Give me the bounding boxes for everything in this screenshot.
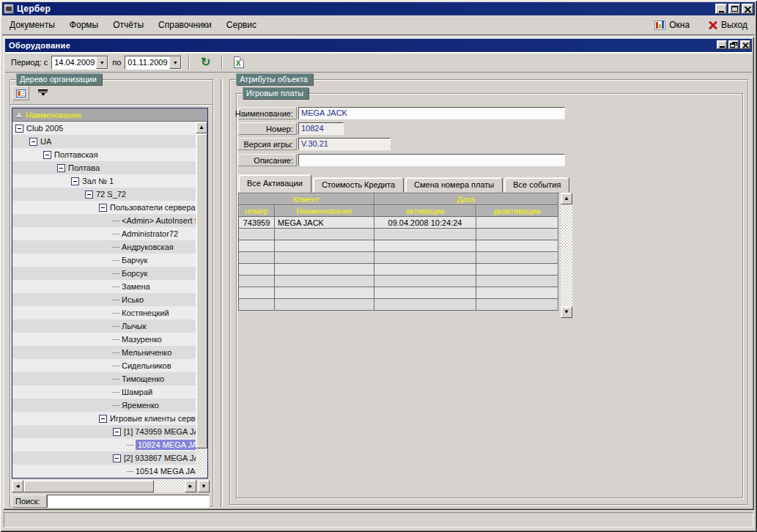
chevron-down-icon[interactable]: ▼ [96, 56, 108, 69]
table-cell-empty [239, 276, 275, 287]
child-restore-button[interactable] [728, 40, 739, 49]
expand-toggle-icon[interactable] [43, 151, 51, 159]
panel-splitter[interactable] [221, 79, 223, 507]
scroll-up-icon[interactable]: ▲ [196, 122, 207, 133]
number-field[interactable]: 10824 [298, 122, 344, 135]
version-field-row: Версия игры: V.30.21 [238, 138, 391, 150]
expand-toggle-icon[interactable] [15, 125, 23, 133]
table-column-header[interactable]: номер [239, 205, 275, 217]
table-cell-empty [476, 287, 558, 299]
tree-item[interactable]: Борсук [12, 267, 196, 280]
tree-item[interactable]: 10824 MEGA JACK [12, 438, 196, 451]
table-column-header[interactable]: дкактивации [476, 205, 558, 217]
scrollbar-thumb[interactable] [23, 480, 154, 492]
tree-item[interactable]: [1] 743959 MEGA JACK [12, 425, 196, 438]
refresh-button[interactable]: ↻ [196, 54, 215, 70]
chevron-down-icon[interactable]: ▼ [169, 56, 181, 69]
tab-1[interactable]: Все Активации [238, 174, 311, 193]
tree-horizontal-scrollbar[interactable]: ◄ ► [12, 480, 196, 492]
menu-item[interactable]: Формы [62, 17, 106, 33]
table-cell[interactable] [476, 217, 558, 229]
tree-item[interactable]: Administrator72 [12, 227, 196, 240]
tree-item[interactable]: 10514 MEGA JACK [12, 465, 196, 478]
maximize-button[interactable] [728, 4, 740, 14]
tree-item[interactable]: 72 S_72 [12, 188, 196, 201]
close-button[interactable] [742, 4, 753, 14]
expand-toggle-icon[interactable] [29, 138, 37, 146]
tree-properties-button[interactable] [12, 86, 29, 100]
scroll-right-icon[interactable]: ► [185, 480, 196, 492]
menu-item[interactable]: Документы [2, 17, 62, 33]
tree-item-label: Мазуренко [122, 335, 162, 344]
expand-toggle-icon[interactable] [99, 415, 107, 423]
scrollbar-thumb[interactable] [196, 133, 207, 448]
tree-item[interactable]: Зал № 1 [12, 174, 196, 188]
scroll-up-icon[interactable]: ▲ [561, 193, 572, 204]
table-cell-empty [275, 264, 374, 276]
expand-toggle-icon[interactable] [113, 428, 121, 436]
exit-command[interactable]: Выход [706, 18, 750, 32]
tree-item[interactable]: Тимощенко [12, 372, 196, 385]
tree-item[interactable]: Андруковская [12, 240, 196, 254]
table-cell[interactable]: 09.04.2008 10:24:24 [374, 217, 476, 229]
description-field[interactable] [298, 154, 565, 166]
toolbar-separator [188, 55, 190, 70]
table-column-header[interactable]: активации [374, 205, 476, 217]
tree-column-header[interactable]: Наименование [12, 108, 207, 122]
tree-item[interactable]: <Admin> AutoInsert for server [12, 214, 196, 227]
date-to-combobox[interactable]: 01.11.2009 ▼ [125, 56, 182, 70]
menu-item[interactable]: Отчёты [106, 17, 151, 33]
name-field[interactable]: MEGA JACK [298, 107, 565, 119]
expand-toggle-icon[interactable] [85, 191, 93, 199]
refresh-icon: ↻ [201, 56, 210, 68]
table-cell-empty [374, 252, 476, 264]
child-close-button[interactable] [740, 40, 750, 49]
search-input[interactable] [47, 495, 210, 508]
tree-connector-icon [113, 260, 119, 261]
tree-item[interactable]: Club 2005 [12, 122, 196, 135]
tree-item[interactable]: Барчук [12, 254, 196, 267]
windows-command[interactable]: Окна [651, 18, 693, 32]
tree-item[interactable]: Мельниченко [12, 346, 196, 359]
tree-item[interactable]: Игровые клиенты сервера [12, 412, 196, 425]
tree-item[interactable]: Сидельников [12, 359, 196, 372]
table-cell[interactable]: 743959 [239, 217, 275, 229]
export-excel-button[interactable] [229, 54, 248, 70]
tree-item[interactable]: Яременко [12, 399, 196, 412]
tree-item[interactable]: Лычык [12, 319, 196, 333]
tree-item[interactable]: Шамрай [12, 385, 196, 399]
tree-item[interactable]: [2] 933867 MEGA JACK [12, 451, 196, 465]
tree-item[interactable]: Мазуренко [12, 333, 196, 346]
expand-toggle-icon[interactable] [57, 164, 65, 172]
date-from-combobox[interactable]: 14.04.2009 ▼ [51, 56, 108, 70]
table-cell[interactable]: MEGA JACK [275, 217, 374, 229]
tree-connector-icon [113, 339, 119, 340]
table-column-header[interactable]: Наименование [275, 205, 374, 217]
expand-toggle-icon[interactable] [71, 177, 79, 185]
tree-item[interactable]: Полтава [12, 161, 196, 174]
tree-item[interactable]: Пользователи сервера [12, 201, 196, 214]
date-to-value: 01.11.2009 [125, 56, 169, 69]
tree-item[interactable]: Замена [12, 280, 196, 293]
tree-item[interactable]: Костянецкий [12, 306, 196, 319]
child-minimize-button[interactable] [717, 40, 727, 49]
tree-item[interactable]: UA [12, 135, 196, 148]
scroll-left-icon[interactable]: ◄ [12, 480, 23, 492]
tree-collapse-button[interactable] [34, 86, 51, 100]
tree-vertical-scrollbar[interactable]: ▲ [196, 122, 207, 478]
tab-2[interactable]: Стоимость Кредита [313, 177, 404, 193]
menu-item[interactable]: Сервис [219, 17, 264, 33]
tab-3[interactable]: Смена номера платы [405, 177, 503, 193]
menu-item[interactable]: Справочники [151, 17, 219, 33]
tree-item[interactable]: Полтавская [12, 148, 196, 161]
scroll-down-icon[interactable]: ▼ [198, 480, 210, 492]
expand-toggle-icon[interactable] [113, 454, 121, 462]
game-version-field[interactable]: V.30.21 [298, 138, 391, 150]
expand-toggle-icon[interactable] [99, 204, 107, 212]
table-vertical-scrollbar[interactable]: ▲ ▼ [561, 193, 572, 318]
scroll-down-icon[interactable]: ▼ [561, 306, 572, 318]
tab-4[interactable]: Все события [504, 177, 569, 193]
table-group-header: Клиент [239, 193, 374, 205]
minimize-button[interactable] [715, 4, 727, 14]
tree-item[interactable]: Исько [12, 293, 196, 306]
